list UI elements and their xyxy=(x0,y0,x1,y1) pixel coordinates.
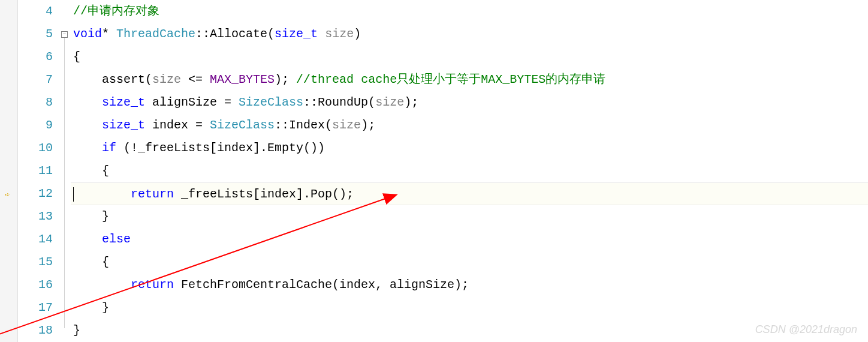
code-line[interactable]: if (!_freeLists[index].Empty()) xyxy=(71,137,868,160)
line-number: 16 xyxy=(18,274,53,296)
code-token: } xyxy=(73,301,109,314)
code-line[interactable]: } xyxy=(71,296,868,319)
code-token: return xyxy=(131,278,174,292)
fold-toggle-icon[interactable]: − xyxy=(61,31,68,38)
code-token xyxy=(73,95,102,109)
code-token: SizeClass xyxy=(239,95,303,109)
code-token: ); xyxy=(275,73,296,86)
code-token: size xyxy=(332,118,361,132)
code-token: size_t xyxy=(102,95,145,109)
line-number: 18 xyxy=(18,319,53,342)
line-number: 13 xyxy=(18,205,53,228)
code-token: alignSize = xyxy=(145,95,239,109)
line-number: 11 xyxy=(18,160,53,182)
line-number: 12 xyxy=(18,182,53,205)
code-token: * xyxy=(102,27,116,41)
code-token: ); xyxy=(404,95,418,109)
code-line[interactable]: } xyxy=(71,205,868,228)
code-token: return xyxy=(131,187,174,201)
code-token: size xyxy=(375,95,404,109)
breakpoint-gutter[interactable]: ➪ xyxy=(0,0,18,342)
code-line[interactable]: { xyxy=(71,160,868,182)
code-line[interactable]: assert(size <= MAX_BYTES); //thread cach… xyxy=(71,68,868,91)
code-token: size_t xyxy=(102,118,145,132)
code-token: FetchFromCentralCache(index, alignSize); xyxy=(174,278,469,292)
code-line[interactable]: return FetchFromCentralCache(index, alig… xyxy=(71,274,868,296)
code-token: assert( xyxy=(102,73,152,86)
code-token: else xyxy=(102,232,131,246)
watermark: CSDN @2021dragon xyxy=(755,323,857,336)
code-token xyxy=(73,278,131,292)
line-number: 4 xyxy=(18,0,53,23)
code-token: size_t xyxy=(275,27,318,41)
code-line[interactable]: { xyxy=(71,46,868,68)
code-line[interactable]: { xyxy=(71,251,868,274)
line-number: 5 xyxy=(18,23,53,46)
code-token: { xyxy=(73,50,80,64)
code-token: Allocate( xyxy=(210,27,275,41)
fold-gutter[interactable]: − xyxy=(60,0,71,342)
line-number: 14 xyxy=(18,228,53,251)
code-token: //thread cache只处理小于等于MAX_BYTES的内存申请 xyxy=(296,73,605,86)
code-token: index = xyxy=(145,118,210,132)
code-token: _freeLists[index].Pop(); xyxy=(174,187,354,201)
code-token: { xyxy=(73,164,109,178)
code-token xyxy=(73,232,102,246)
line-number: 7 xyxy=(18,68,53,91)
code-token: ::RoundUp( xyxy=(303,95,375,109)
line-number: 15 xyxy=(18,251,53,274)
code-token xyxy=(73,187,131,201)
code-token: } xyxy=(73,323,80,337)
code-token: MAX_BYTES xyxy=(210,73,275,86)
execution-pointer-icon: ➪ xyxy=(5,190,10,200)
code-line[interactable]: } xyxy=(71,319,868,342)
line-number: 9 xyxy=(18,114,53,137)
code-token: ) xyxy=(354,27,361,41)
code-token: size xyxy=(152,73,181,86)
code-area[interactable]: //申请内存对象void* ThreadCache::Allocate(size… xyxy=(71,0,868,342)
code-line[interactable]: size_t alignSize = SizeClass::RoundUp(si… xyxy=(71,91,868,114)
code-token: (!_freeLists[index].Empty()) xyxy=(116,141,325,155)
code-token xyxy=(73,141,102,155)
code-token: if xyxy=(102,141,116,155)
code-token: ThreadCache xyxy=(116,27,195,41)
line-number-gutter: 456789101112131415161718 xyxy=(18,0,60,342)
code-line[interactable]: size_t index = SizeClass::Index(size); xyxy=(71,114,868,137)
code-line[interactable]: //申请内存对象 xyxy=(71,0,868,23)
code-token: } xyxy=(73,209,109,223)
line-number: 10 xyxy=(18,137,53,160)
code-token: { xyxy=(73,255,109,269)
code-token: ::Index( xyxy=(275,118,332,132)
code-line[interactable]: return _freeLists[index].Pop(); xyxy=(71,182,868,205)
code-editor[interactable]: ➪ 456789101112131415161718 − //申请内存对象voi… xyxy=(0,0,868,342)
code-token: <= xyxy=(181,73,210,86)
code-line[interactable]: void* ThreadCache::Allocate(size_t size) xyxy=(71,23,868,46)
code-line[interactable]: else xyxy=(71,228,868,251)
line-number: 17 xyxy=(18,296,53,319)
code-token: size xyxy=(318,27,354,41)
code-token: ); xyxy=(361,118,375,132)
code-token: :: xyxy=(195,27,210,41)
code-token xyxy=(73,118,102,132)
code-token xyxy=(73,73,102,86)
line-number: 8 xyxy=(18,91,53,114)
code-token: SizeClass xyxy=(210,118,275,132)
line-number: 6 xyxy=(18,46,53,68)
code-token: void xyxy=(73,27,102,41)
code-token: //申请内存对象 xyxy=(73,4,159,18)
